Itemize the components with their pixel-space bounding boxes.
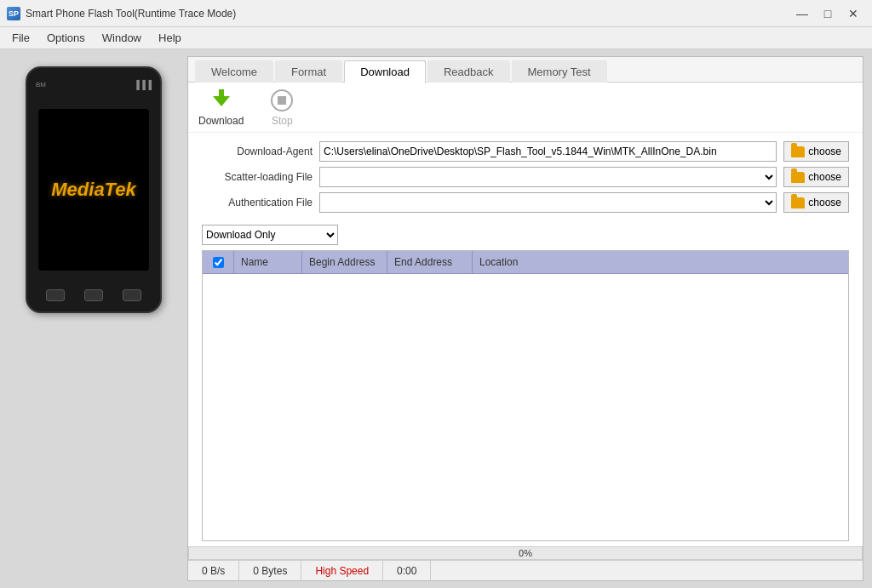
title-bar: SP Smart Phone Flash Tool(Runtime Trace …: [0, 0, 872, 27]
download-icon: [209, 88, 234, 113]
download-button[interactable]: Download: [198, 88, 244, 127]
download-label: Download: [198, 115, 244, 127]
status-connection: High Speed: [301, 561, 383, 580]
table-col-location: Location: [472, 251, 848, 273]
file-table: Name Begin Address End Address Location: [202, 250, 849, 541]
scatter-label: Scatter-loading File: [202, 171, 313, 183]
phone-bottom-nav: [36, 289, 152, 301]
choose-label-3: choose: [808, 197, 841, 208]
phone-nav-home: [84, 289, 103, 301]
folder-icon-2: [791, 172, 805, 183]
auth-file-row: Authentication File choose: [202, 192, 849, 213]
left-panel: BM ▐▐▐ MediaTek: [0, 49, 187, 588]
phone-nav-menu: [123, 289, 141, 301]
select-all-checkbox[interactable]: [213, 257, 224, 268]
table-col-begin: Begin Address: [301, 251, 387, 273]
folder-icon-1: [791, 146, 805, 157]
progress-section: 0% 0 B/s 0 Bytes High Speed 0:00: [188, 546, 863, 580]
phone-brand-text: MediaTek: [51, 179, 135, 201]
menu-window[interactable]: Window: [94, 30, 150, 46]
scatter-loading-row: Scatter-loading File choose: [202, 167, 849, 187]
tab-memory-test[interactable]: Memory Test: [512, 60, 607, 83]
table-header: Name Begin Address End Address Location: [203, 251, 848, 274]
download-agent-label: Download-Agent: [202, 146, 313, 157]
download-agent-row: Download-Agent choose: [202, 141, 849, 162]
minimize-button[interactable]: —: [790, 5, 814, 22]
content-area: Welcome Format Download Readback Memory …: [187, 56, 863, 581]
tab-bar: Welcome Format Download Readback Memory …: [188, 57, 863, 83]
toolbar: Download Stop: [188, 83, 863, 133]
main-layout: BM ▐▐▐ MediaTek Welcome Format Download …: [0, 49, 872, 588]
tab-welcome[interactable]: Welcome: [195, 60, 273, 83]
folder-icon-3: [791, 197, 805, 208]
menu-options[interactable]: Options: [38, 30, 94, 46]
table-header-checkbox[interactable]: [203, 251, 233, 273]
auth-label: Authentication File: [202, 197, 313, 208]
stop-label: Stop: [272, 115, 293, 127]
choose-label-2: choose: [808, 171, 841, 183]
progress-bar: 0%: [188, 546, 863, 560]
svg-rect-1: [219, 89, 224, 98]
table-col-end: End Address: [387, 251, 472, 273]
close-button[interactable]: ✕: [841, 5, 865, 22]
tab-download[interactable]: Download: [344, 60, 426, 83]
phone-nav-back: [46, 289, 65, 301]
scatter-select[interactable]: [319, 167, 777, 187]
auth-select[interactable]: [319, 192, 777, 213]
phone-screen: MediaTek: [38, 109, 149, 271]
auth-choose-button[interactable]: choose: [783, 192, 849, 213]
status-speed: 0 B/s: [188, 561, 239, 580]
scatter-choose-button[interactable]: choose: [783, 167, 849, 187]
phone-signal-icon: ▐▐▐: [134, 80, 152, 89]
phone-top-bar: BM ▐▐▐: [36, 80, 152, 89]
status-bytes: 0 Bytes: [239, 561, 301, 580]
tab-format[interactable]: Format: [275, 60, 342, 83]
svg-rect-3: [278, 96, 286, 105]
table-body: [203, 274, 848, 444]
phone-device: BM ▐▐▐ MediaTek: [26, 66, 162, 313]
menu-file[interactable]: File: [3, 30, 38, 46]
menu-help[interactable]: Help: [150, 30, 190, 46]
maximize-button[interactable]: □: [816, 5, 840, 22]
form-section: Download-Agent choose Scatter-loading Fi…: [188, 133, 863, 221]
stop-icon: [269, 88, 295, 113]
choose-label-1: choose: [808, 146, 841, 157]
download-agent-input[interactable]: [319, 141, 777, 162]
progress-label: 0%: [189, 548, 862, 558]
status-time: 0:00: [383, 561, 431, 580]
mode-select[interactable]: Download Only Firmware Upgrade Custom Do…: [202, 225, 338, 245]
status-bar: 0 B/s 0 Bytes High Speed 0:00: [188, 560, 863, 580]
app-icon: SP: [7, 7, 20, 20]
download-agent-choose-button[interactable]: choose: [783, 141, 849, 162]
phone-carrier-label: BM: [36, 81, 46, 88]
window-controls: — □ ✕: [790, 5, 865, 22]
tab-readback[interactable]: Readback: [427, 60, 510, 83]
window-title: Smart Phone Flash Tool(Runtime Trace Mod…: [26, 8, 790, 20]
menu-bar: File Options Window Help: [0, 27, 872, 49]
right-panel: Welcome Format Download Readback Memory …: [187, 49, 872, 588]
mode-row: Download Only Firmware Upgrade Custom Do…: [188, 221, 863, 250]
table-col-name: Name: [233, 251, 301, 273]
stop-button[interactable]: Stop: [261, 88, 303, 127]
